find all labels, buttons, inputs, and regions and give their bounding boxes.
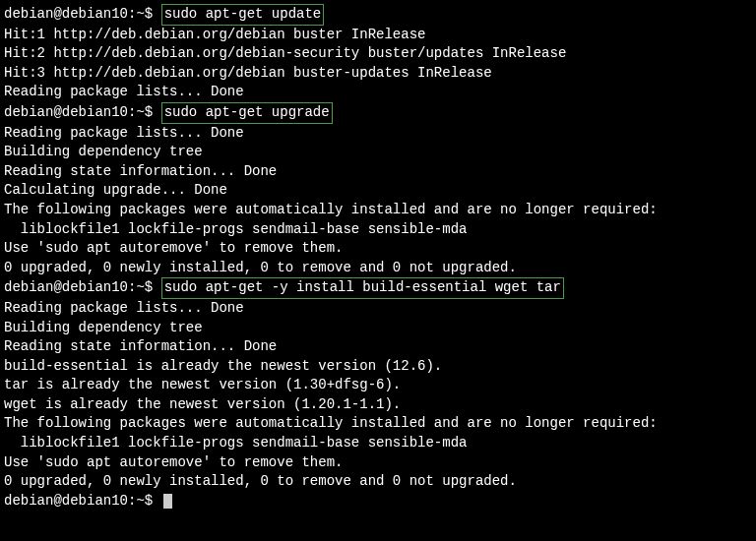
shell-output: build-essential is already the newest ve… (4, 358, 442, 374)
terminal-window[interactable]: debian@debian10:~$ sudo apt-get updateHi… (4, 4, 752, 511)
shell-output: liblockfile1 lockfile-progs sendmail-bas… (4, 221, 467, 237)
terminal-line: Reading package lists... Done (4, 83, 752, 102)
shell-output: wget is already the newest version (1.20… (4, 396, 401, 412)
shell-prompt: debian@debian10:~$ (4, 104, 161, 120)
shell-output: Hit:2 http://deb.debian.org/debian-secur… (4, 45, 566, 61)
shell-output: Building dependency tree (4, 144, 203, 159)
shell-output: tar is already the newest version (1.30+… (4, 377, 401, 392)
shell-output: Reading package lists... Done (4, 125, 244, 141)
terminal-line: Hit:1 http://deb.debian.org/debian buste… (4, 26, 752, 45)
terminal-line: debian@debian10:~$ (4, 492, 752, 511)
terminal-line: 0 upgraded, 0 newly installed, 0 to remo… (4, 472, 752, 492)
terminal-line: Reading package lists... Done (4, 299, 752, 319)
terminal-line: Hit:3 http://deb.debian.org/debian buste… (4, 64, 752, 84)
terminal-line: Calculating upgrade... Done (4, 181, 752, 201)
terminal-line: wget is already the newest version (1.20… (4, 395, 752, 415)
terminal-line: tar is already the newest version (1.30+… (4, 376, 752, 395)
shell-prompt: debian@debian10:~$ (4, 279, 161, 295)
shell-output: Calculating upgrade... Done (4, 182, 227, 198)
terminal-line: The following packages were automaticall… (4, 414, 752, 434)
shell-output: Building dependency tree (4, 320, 203, 335)
terminal-line: Reading state information... Done (4, 162, 752, 182)
terminal-line: The following packages were automaticall… (4, 201, 752, 220)
shell-prompt: debian@debian10:~$ (4, 6, 161, 22)
shell-command: sudo apt-get upgrade (161, 102, 333, 124)
shell-prompt: debian@debian10:~$ (4, 493, 161, 509)
shell-output: The following packages were automaticall… (4, 202, 658, 217)
terminal-line: liblockfile1 lockfile-progs sendmail-bas… (4, 220, 752, 240)
terminal-line: debian@debian10:~$ sudo apt-get -y insta… (4, 277, 752, 299)
shell-output: 0 upgraded, 0 newly installed, 0 to remo… (4, 473, 517, 489)
shell-output: Reading state information... Done (4, 338, 277, 354)
shell-command: sudo apt-get -y install build-essential … (161, 277, 564, 299)
shell-output: Reading package lists... Done (4, 84, 244, 99)
shell-output: 0 upgraded, 0 newly installed, 0 to remo… (4, 260, 517, 275)
terminal-line: Use 'sudo apt autoremove' to remove them… (4, 239, 752, 259)
terminal-line: Hit:2 http://deb.debian.org/debian-secur… (4, 44, 752, 64)
terminal-line: 0 upgraded, 0 newly installed, 0 to remo… (4, 259, 752, 278)
shell-output: Hit:1 http://deb.debian.org/debian buste… (4, 27, 425, 42)
terminal-line: Reading package lists... Done (4, 124, 752, 144)
terminal-line: liblockfile1 lockfile-progs sendmail-bas… (4, 434, 752, 453)
shell-output: Use 'sudo apt autoremove' to remove them… (4, 454, 343, 470)
terminal-line: Building dependency tree (4, 143, 752, 162)
shell-output: The following packages were automaticall… (4, 415, 658, 431)
terminal-line: debian@debian10:~$ sudo apt-get update (4, 4, 752, 26)
shell-output: Reading package lists... Done (4, 300, 244, 316)
shell-output: Use 'sudo apt autoremove' to remove them… (4, 240, 343, 256)
terminal-line: Building dependency tree (4, 319, 752, 338)
shell-output: liblockfile1 lockfile-progs sendmail-bas… (4, 435, 467, 451)
terminal-line: build-essential is already the newest ve… (4, 357, 752, 377)
cursor-icon (163, 494, 172, 509)
shell-output: Hit:3 http://deb.debian.org/debian buste… (4, 65, 492, 81)
shell-command: sudo apt-get update (161, 4, 325, 26)
terminal-line: Use 'sudo apt autoremove' to remove them… (4, 453, 752, 473)
terminal-line: debian@debian10:~$ sudo apt-get upgrade (4, 102, 752, 124)
shell-output: Reading state information... Done (4, 163, 277, 179)
terminal-line: Reading state information... Done (4, 337, 752, 357)
